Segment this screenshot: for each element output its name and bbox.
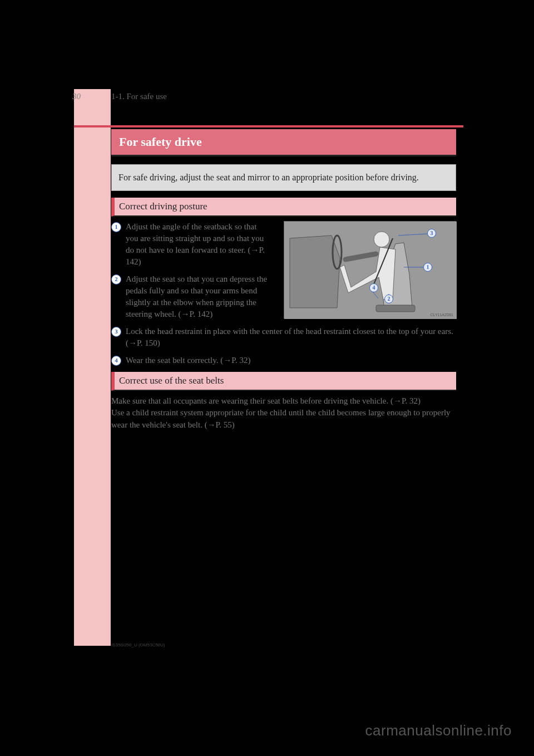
seatbelt-body-text: Make sure that all occupants are wearing… [111,395,456,431]
content-column: For safety drive For safe driving, adjus… [111,129,456,431]
image-code-label: CLY11AZ081 [430,313,453,317]
list-item: 4 Wear the seat belt correctly. (→P. 32) [111,355,456,366]
callout-2-icon: 2 [384,294,393,303]
list-item: 2 Adjust the seat so that you can depres… [111,273,270,320]
svg-point-3 [374,232,389,247]
intro-box: For safe driving, adjust the seat and mi… [111,164,456,191]
posture-item-text: Lock the head restraint in place with th… [126,326,456,349]
page-title: For safety drive [111,129,456,156]
header-rule-pink [74,125,463,127]
section-header-posture: Correct driving posture [111,198,456,217]
number-4-icon: 4 [111,356,121,366]
pink-sidebar [74,89,111,646]
posture-item-text: Adjust the angle of the seatback so that… [126,221,270,268]
number-1-icon: 1 [111,222,121,232]
callout-4-icon: 4 [369,283,378,292]
callout-3-icon: 3 [427,229,436,238]
list-item: 1 Adjust the angle of the seatback so th… [111,221,270,268]
svg-rect-1 [376,305,415,312]
footer-model-code: IS350/250_U (OM53C50U) [111,642,165,647]
posture-item-text: Adjust the seat so that you can depress … [126,273,270,320]
page: 30 1-1. For safe use For safety drive Fo… [0,0,534,756]
watermark: carmanualsonline.info [365,722,512,739]
number-3-icon: 3 [111,327,121,337]
page-number: 30 [72,92,81,101]
chapter-header: 1-1. For safe use [111,92,167,101]
section-header-seatbelt: Correct use of the seat belts [111,372,456,391]
posture-text-full: 3 Lock the head restraint in place with … [111,326,456,366]
posture-text-column: 1 Adjust the angle of the seatback so th… [111,221,270,320]
list-item: 3 Lock the head restraint in place with … [111,326,456,349]
number-2-icon: 2 [111,274,121,284]
driving-posture-illustration: 1 2 3 4 CLY11AZ081 [284,221,456,318]
posture-block: 1 2 3 4 CLY11AZ081 1 Adjust the angle of… [111,221,456,366]
posture-item-text: Wear the seat belt correctly. (→P. 32) [126,355,250,366]
callout-1-icon: 1 [423,263,432,272]
